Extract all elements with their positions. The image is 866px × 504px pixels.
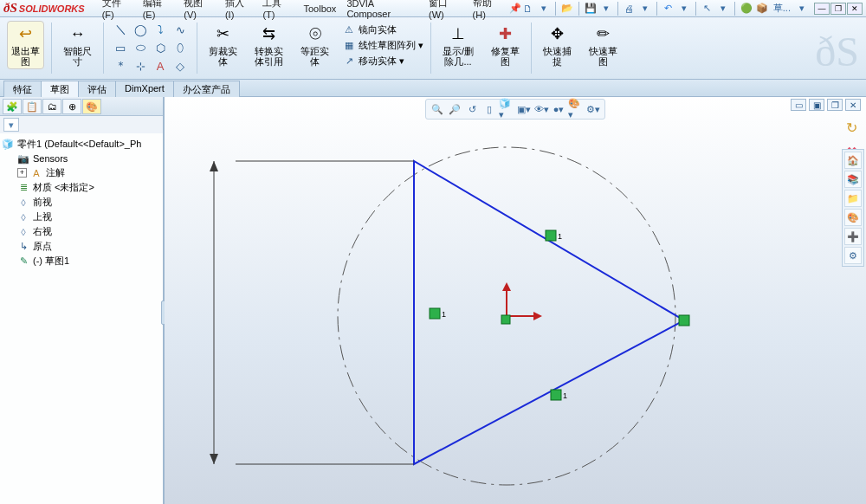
vertex-handle[interactable]	[679, 315, 689, 326]
title-bar: ðSSOLIDWORKS 文件(F) 编辑(E) 视图(V) 插入(I) 工具(…	[0, 0, 866, 17]
text-icon[interactable]: A	[151, 57, 170, 74]
ellipse-icon[interactable]: ⬯	[171, 39, 190, 56]
convert-button[interactable]: ⇆ 转换实 体引用	[250, 21, 288, 69]
tree-right-plane[interactable]: ◊右视	[2, 224, 161, 239]
offset-button[interactable]: ⦾ 等距实 体	[296, 21, 333, 69]
tab-dimxpert[interactable]: DimXpert	[115, 81, 174, 97]
open-icon[interactable]: 📂	[560, 2, 574, 16]
convert-icon: ⇆	[257, 23, 281, 44]
command-manager-tabs: 特征 草图 评估 DimXpert 办公室产品	[0, 80, 866, 97]
tree-material[interactable]: ≣材质 <未指定>	[2, 180, 161, 195]
menu-tools[interactable]: 工具(T)	[257, 0, 298, 20]
menu-file[interactable]: 文件(F)	[97, 0, 138, 20]
tree-top-plane[interactable]: ◊上视	[2, 210, 161, 224]
property-manager-tab[interactable]: 📋	[23, 99, 42, 114]
tree-root[interactable]: 🧊零件1 (Default<<Default>_Ph	[2, 137, 161, 152]
svg-marker-1	[502, 282, 511, 291]
pattern-icon[interactable]: ▦	[342, 38, 356, 52]
menu-insert[interactable]: 插入(I)	[220, 0, 257, 20]
close-button[interactable]: ✕	[847, 3, 863, 15]
menu-view[interactable]: 视图(V)	[178, 0, 220, 20]
print-icon[interactable]: 🖨	[623, 2, 637, 16]
options-icon[interactable]: 📦	[755, 2, 769, 16]
svg-rect-4	[430, 308, 440, 319]
slot-icon[interactable]: ⬭	[131, 39, 150, 56]
tab-evaluate[interactable]: 评估	[78, 81, 116, 97]
app-logo: ðSSOLIDWORKS	[3, 1, 85, 16]
sketch-tools-grid: ＼ ◯ ⤵ ∿ ▭ ⬭ ⬡ ⬯ ＊ ⊹ A ◇	[111, 21, 190, 74]
move-icon[interactable]: ↗	[342, 54, 356, 68]
mirror-icon[interactable]: ⚠	[342, 23, 356, 36]
centerline-icon[interactable]: ⊹	[131, 57, 150, 74]
snap-icon: ✥	[546, 23, 570, 44]
tree-sensors[interactable]: 📷Sensors	[2, 152, 161, 165]
plane-icon[interactable]: ◇	[171, 57, 190, 74]
smart-dimension-button[interactable]: ↔ 智能尺 寸	[59, 21, 96, 69]
save-icon[interactable]: 💾	[584, 2, 598, 16]
doc-name[interactable]: 草...	[771, 2, 793, 16]
tab-sketch[interactable]: 草图	[41, 81, 79, 97]
show-delete-button[interactable]: ⊥ 显示/删 除几...	[438, 21, 478, 69]
undo-icon[interactable]: ↶	[662, 2, 675, 16]
trim-button[interactable]: ✂ 剪裁实 体	[204, 21, 242, 69]
graphics-area[interactable]: 🔍 🔎 ↺ ▯ 🧊▾ ▣▾ 👁▾ ●▾ 🎨▾ ⚙▾ ▭ ▣ ❐ ✕ ↻ ✖ 🏠 …	[165, 97, 866, 504]
relation-marker[interactable]: 1	[430, 308, 446, 319]
menu-3dvia[interactable]: 3DVIA Composer	[341, 0, 423, 19]
display-manager-tab[interactable]: 🎨	[82, 99, 101, 114]
line-icon[interactable]: ＼	[111, 21, 130, 38]
menu-help[interactable]: 帮助(H)	[468, 0, 509, 20]
new-icon[interactable]: 🗋	[521, 2, 535, 16]
feature-manager-tab[interactable]: 🧩	[3, 99, 22, 114]
rapid-sketch-icon: ✏	[591, 23, 616, 44]
exit-sketch-button[interactable]: ↩ 退出草 图	[7, 21, 44, 69]
svg-text:1: 1	[558, 232, 562, 241]
rect-icon[interactable]: ▭	[111, 39, 130, 56]
triangle[interactable]	[414, 161, 684, 464]
manager-tabs: 🧩 📋 🗂 ⊕ 🎨	[0, 97, 163, 116]
filter-icon[interactable]: ▾	[3, 118, 19, 132]
circle-icon[interactable]: ◯	[131, 21, 150, 38]
select-icon[interactable]: ↖	[701, 2, 714, 16]
point-icon[interactable]: ＊	[111, 57, 130, 74]
pushpin-icon[interactable]: 📌	[509, 3, 521, 14]
ds-watermark-icon: ðS	[815, 28, 859, 75]
tree-annotations[interactable]: +A注解	[2, 165, 161, 180]
origin-triad	[502, 282, 542, 320]
quick-access-toolbar: 🗋▾ 📂 💾▾ 🖨▾ ↶▾ ↖▾ 🟢 📦 草...▾	[521, 2, 809, 16]
trim-icon: ✂	[211, 23, 236, 44]
feature-manager-panel: 🧩 📋 🗂 ⊕ 🎨 ▾ 🧊零件1 (Default<<Default>_Ph 📷…	[0, 97, 165, 504]
move-label[interactable]: 移动实体	[359, 55, 397, 68]
menu-toolbox[interactable]: Toolbox	[298, 3, 341, 14]
linear-pattern-label[interactable]: 线性草图阵列	[359, 39, 416, 52]
tree-front-plane[interactable]: ◊前视	[2, 195, 161, 210]
restore-button[interactable]: ❐	[830, 3, 846, 15]
ribbon: ↩ 退出草 图 ↔ 智能尺 寸 ＼ ◯ ⤵ ∿ ▭ ⬭ ⬡ ⬯ ＊ ⊹ A ◇ …	[0, 17, 866, 80]
menu-window[interactable]: 窗口(W)	[423, 0, 468, 20]
relation-icon: ⊥	[446, 23, 470, 44]
menu-edit[interactable]: 编辑(E)	[138, 0, 179, 20]
minimize-button[interactable]: —	[814, 3, 830, 15]
repair-icon: ✚	[494, 23, 518, 44]
tree-origin[interactable]: ↳原点	[2, 239, 161, 254]
polygon-icon[interactable]: ⬡	[151, 39, 170, 56]
exit-sketch-icon: ↩	[14, 23, 38, 44]
svg-text:1: 1	[563, 391, 567, 400]
rapid-sketch-button[interactable]: ✏ 快速草 图	[585, 21, 622, 69]
origin-handle[interactable]	[501, 315, 510, 324]
arc-icon[interactable]: ⤵	[151, 21, 170, 38]
dim-arrow-top	[210, 161, 218, 171]
spline-icon[interactable]: ∿	[171, 21, 190, 38]
quick-snap-button[interactable]: ✥ 快速捕 捉	[539, 21, 576, 69]
relation-marker[interactable]: 1	[546, 230, 562, 241]
rebuild-icon[interactable]: 🟢	[740, 2, 753, 16]
relation-marker[interactable]: 1	[551, 390, 567, 400]
dim-arrow-bot	[210, 454, 218, 464]
repair-button[interactable]: ✚ 修复草 图	[487, 21, 524, 69]
svg-marker-3	[533, 312, 542, 320]
tab-features[interactable]: 特征	[3, 81, 42, 97]
config-manager-tab[interactable]: 🗂	[42, 99, 61, 114]
mirror-label[interactable]: 镜向实体	[359, 23, 397, 36]
tree-sketch1[interactable]: ✎(-) 草图1	[2, 254, 161, 268]
tab-office[interactable]: 办公室产品	[173, 81, 240, 97]
dimxpert-manager-tab[interactable]: ⊕	[62, 99, 81, 114]
